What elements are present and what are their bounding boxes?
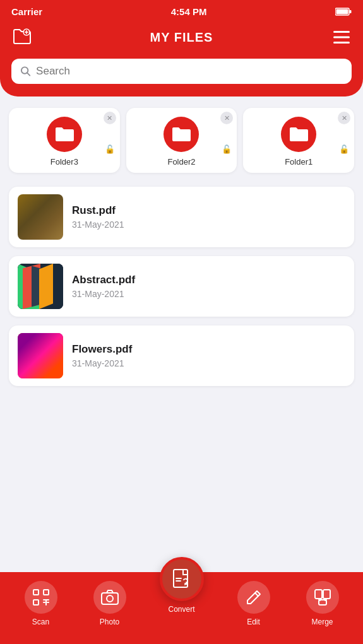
- svg-rect-1: [350, 10, 352, 13]
- folder-close-folder1[interactable]: ✕: [338, 112, 350, 124]
- photo-label: Photo: [100, 618, 119, 626]
- folder-close-folder3[interactable]: ✕: [104, 112, 116, 124]
- folder-icon-folder3: [47, 117, 82, 152]
- merge-icon: [314, 588, 331, 606]
- file-date-rust: 31-May-2021: [72, 220, 345, 230]
- camera-icon-circle: [93, 581, 126, 614]
- file-name-rust: Rust.pdf: [72, 204, 345, 217]
- folder-lock-folder2: 🔓: [222, 144, 232, 154]
- add-folder-button[interactable]: [11, 27, 32, 47]
- camera-icon: [101, 590, 119, 605]
- time-display: 4:54 PM: [171, 6, 207, 17]
- folder-icon-folder1: [281, 117, 316, 152]
- file-date-flowers: 31-May-2021: [72, 358, 345, 368]
- svg-rect-25: [323, 590, 330, 599]
- edit-icon: [246, 589, 262, 606]
- scan-icon: [32, 588, 50, 606]
- convert-label: Convert: [168, 605, 194, 614]
- carrier-label: Carrier: [11, 6, 42, 17]
- file-item-flowers[interactable]: Flowers.pdf 31-May-2021: [9, 325, 354, 386]
- folder-lock-folder3: 🔓: [105, 144, 115, 154]
- svg-rect-8: [333, 42, 350, 44]
- status-bar: Carrier 4:54 PM: [0, 0, 363, 21]
- edit-icon-circle: [237, 581, 270, 614]
- file-info-abstract: Abstract.pdf 31-May-2021: [72, 274, 345, 299]
- merge-label: Merge: [311, 618, 333, 626]
- folder-name-folder2: Folder2: [167, 157, 195, 167]
- status-icons: [335, 8, 352, 16]
- nav-item-merge[interactable]: Merge: [304, 581, 342, 626]
- file-date-abstract: 31-May-2021: [72, 289, 345, 299]
- convert-icon-circle: [160, 557, 204, 601]
- file-item-abstract[interactable]: Abstract.pdf 31-May-2021: [9, 256, 354, 317]
- file-list: Rust.pdf 31-May-2021 Abstract.pdf 31-May…: [9, 187, 354, 395]
- page-title: MY FILES: [150, 30, 213, 45]
- folders-row: ✕ 🔓 Folder1 ✕ 🔓 Folder2 ✕: [9, 108, 354, 173]
- menu-button[interactable]: [331, 27, 352, 47]
- folder-card-folder2[interactable]: ✕ 🔓 Folder2: [126, 108, 237, 173]
- svg-rect-7: [333, 37, 350, 38]
- nav-item-convert[interactable]: Convert: [160, 557, 204, 614]
- nav-item-edit[interactable]: Edit: [235, 581, 273, 626]
- merge-icon-circle: [306, 581, 339, 614]
- nav-item-photo[interactable]: Photo: [91, 581, 129, 626]
- file-name-abstract: Abstract.pdf: [72, 274, 345, 286]
- file-info-rust: Rust.pdf 31-May-2021: [72, 204, 345, 230]
- edit-label: Edit: [247, 618, 260, 626]
- svg-point-19: [107, 595, 113, 602]
- main-content: ✕ 🔓 Folder1 ✕ 🔓 Folder2 ✕: [0, 97, 363, 406]
- convert-icon: [170, 567, 194, 591]
- folder-lock-folder1: 🔓: [339, 144, 349, 154]
- folder-card-folder3[interactable]: ✕ 🔓 Folder3: [9, 108, 120, 173]
- scan-icon-circle: [25, 581, 57, 614]
- file-thumbnail-rust: [18, 194, 63, 240]
- svg-line-23: [255, 593, 258, 596]
- search-icon: [20, 66, 31, 77]
- folder-name-folder1: Folder1: [285, 157, 312, 167]
- battery-icon: [335, 8, 352, 16]
- nav-item-scan[interactable]: Scan: [22, 581, 60, 626]
- folder-name-folder3: Folder3: [51, 157, 78, 167]
- svg-rect-12: [44, 590, 49, 595]
- folder-card-folder1[interactable]: ✕ 🔓 Folder1: [243, 108, 354, 173]
- file-thumbnail-abstract: [18, 264, 63, 309]
- scan-label: Scan: [32, 618, 49, 626]
- file-item-rust[interactable]: Rust.pdf 31-May-2021: [9, 187, 354, 247]
- file-name-flowers: Flowers.pdf: [72, 343, 345, 356]
- svg-line-10: [27, 73, 30, 75]
- app-header: MY FILES: [0, 21, 363, 59]
- svg-rect-18: [102, 593, 118, 604]
- file-thumbnail-flowers: [18, 333, 63, 378]
- search-container: [0, 59, 363, 97]
- svg-rect-6: [333, 31, 350, 33]
- svg-rect-24: [315, 590, 322, 599]
- svg-rect-11: [33, 590, 39, 595]
- search-bar[interactable]: [11, 59, 352, 84]
- bottom-navigation: Scan Photo Convert: [0, 572, 363, 644]
- folder-close-folder2[interactable]: ✕: [220, 112, 233, 124]
- svg-rect-2: [336, 9, 348, 15]
- svg-rect-13: [33, 600, 39, 605]
- search-input[interactable]: [36, 65, 343, 78]
- file-info-flowers: Flowers.pdf 31-May-2021: [72, 343, 345, 368]
- folder-icon-folder2: [164, 117, 199, 152]
